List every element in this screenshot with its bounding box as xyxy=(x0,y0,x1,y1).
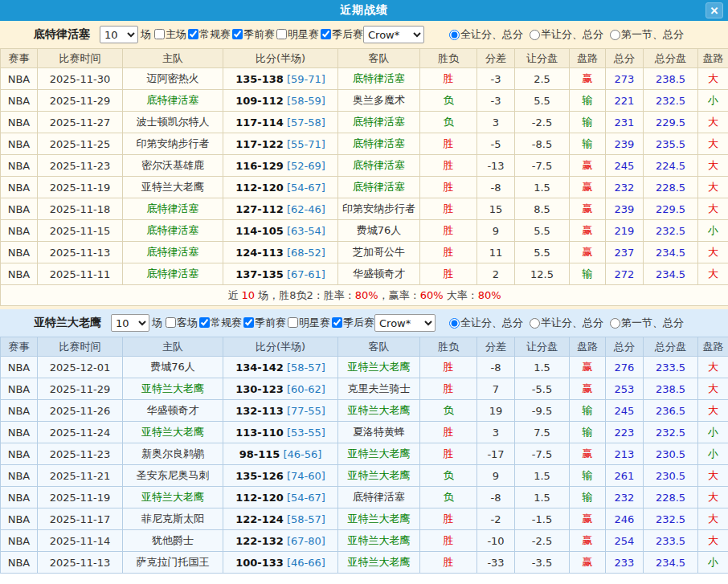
total-line-cell: 233.5 xyxy=(644,530,698,552)
radio-input[interactable] xyxy=(610,30,620,40)
game-row: NBA2025-11-23密尔沃基雄鹿116-129 [52-69]底特律活塞胜… xyxy=(1,155,728,177)
table-body: NBA2025-12-01费城76人134-142 [58-57]亚特兰大老鹰胜… xyxy=(1,357,728,574)
away-team-cell: 亚特兰大老鹰 xyxy=(338,552,420,574)
game-row: NBA2025-11-30迈阿密热火135-138 [59-71]底特律活塞胜-… xyxy=(1,68,728,90)
checkbox-input[interactable] xyxy=(154,29,165,39)
home-team-cell: 新奥尔良鹈鹕 xyxy=(123,443,223,465)
filter-checkbox[interactable]: 季前赛 xyxy=(242,316,286,330)
handicap-cell: -9.5 xyxy=(515,400,570,422)
handicap-cell: 1.5 xyxy=(515,357,570,378)
total-cell: 239 xyxy=(606,198,644,220)
checkbox-label: 常规赛 xyxy=(211,316,242,330)
filter-checkbox[interactable]: 主场 xyxy=(153,27,186,42)
total-cell: 233 xyxy=(606,552,644,574)
game-row: NBA2025-11-19亚特兰大老鹰112-120 [54-67]底特律活塞负… xyxy=(1,487,728,508)
filter-checkbox[interactable]: 明星赛 xyxy=(286,316,330,330)
checkbox-input[interactable] xyxy=(321,29,331,39)
radio-label: 半让分、总分 xyxy=(541,316,603,330)
game-row: NBA2025-11-17菲尼克斯太阳122-124 [58-57]亚特兰大老鹰… xyxy=(1,508,728,530)
summary-segment: 大率： xyxy=(444,289,478,301)
handicap-result-cell: 赢 xyxy=(570,155,606,177)
handicap-cell: -1.5 xyxy=(515,508,570,530)
league-cell: NBA xyxy=(1,133,38,155)
final-score: 122-132 xyxy=(235,535,284,547)
source-select[interactable]: Crow* xyxy=(374,314,436,332)
half-score: [63-54] xyxy=(284,225,325,237)
score-cell: 135-126 [74-60] xyxy=(223,465,338,487)
table-header-row: 赛事比赛时间主队比分(半场)客队胜负分差让分盘盘路总分总分盘盘路 xyxy=(1,337,728,357)
mode-radio[interactable]: 全让分、总分 xyxy=(448,27,523,42)
mode-radio[interactable]: 全让分、总分 xyxy=(448,316,523,330)
filter-checkbox[interactable]: 季后赛 xyxy=(319,27,363,42)
over-under-cell: 大 xyxy=(698,242,728,263)
checkbox-input[interactable] xyxy=(332,317,342,328)
home-team-cell: 密尔沃基雄鹿 xyxy=(123,155,223,177)
filter-checkbox[interactable]: 常规赛 xyxy=(198,316,242,330)
handicap-result-cell: 输 xyxy=(570,422,606,443)
score-cell: 100-133 [46-66] xyxy=(223,552,338,574)
mode-radio[interactable]: 半让分、总分 xyxy=(528,316,603,330)
result-cell: 胜 xyxy=(420,155,477,177)
filter-checkbox[interactable]: 明星赛 xyxy=(275,27,319,42)
league-cell: NBA xyxy=(1,357,38,378)
mode-radio[interactable]: 第一节、总分 xyxy=(608,316,684,330)
handicap-result-cell: 输 xyxy=(570,465,606,487)
total-cell: 245 xyxy=(606,400,644,422)
radio-input[interactable] xyxy=(530,318,540,329)
filter-checkbox[interactable]: 季前赛 xyxy=(231,27,275,42)
league-cell: NBA xyxy=(1,378,38,400)
mode-radio[interactable]: 半让分、总分 xyxy=(528,27,603,42)
handicap-result-cell: 赢 xyxy=(570,68,606,90)
result-cell: 负 xyxy=(420,487,477,508)
source-select[interactable]: Crow* xyxy=(363,26,424,43)
column-header: 比分(半场) xyxy=(223,337,338,357)
filter-checkbox[interactable]: 季后赛 xyxy=(330,316,374,330)
total-line-cell: 232.5 xyxy=(644,508,698,530)
mode-radio[interactable]: 第一节、总分 xyxy=(608,27,684,42)
date-cell: 2025-11-29 xyxy=(38,378,123,400)
half-score: [62-46] xyxy=(284,203,325,215)
column-header: 客队 xyxy=(338,49,420,68)
margin-cell: 3 xyxy=(477,422,515,443)
recent-results-dialog: 近期战绩 ✕ 底特律活塞 10 场 主场常规赛季前赛明星赛季后赛 Crow* 全… xyxy=(0,0,728,574)
total-line-cell: 236.5 xyxy=(644,400,698,422)
handicap-result-cell: 输 xyxy=(570,263,606,285)
filter-checkbox[interactable]: 常规赛 xyxy=(186,27,231,42)
date-cell: 2025-11-18 xyxy=(38,198,123,220)
score-cell: 114-105 [63-54] xyxy=(223,220,338,242)
games-count-select[interactable]: 10 xyxy=(111,314,149,332)
home-team-cell: 亚特兰大老鹰 xyxy=(123,378,223,400)
radio-label: 第一节、总分 xyxy=(621,27,684,42)
checkbox-input[interactable] xyxy=(276,29,287,39)
radio-input[interactable] xyxy=(530,30,540,40)
games-count-select[interactable]: 10 xyxy=(100,26,138,43)
column-header: 总分 xyxy=(606,49,644,68)
close-button[interactable]: ✕ xyxy=(706,2,723,18)
half-score: [77-55] xyxy=(284,405,325,417)
handicap-cell: 1.5 xyxy=(515,177,570,198)
checkbox-input[interactable] xyxy=(188,29,198,39)
checkbox-input[interactable] xyxy=(232,29,243,39)
total-cell: 254 xyxy=(606,530,644,552)
total-cell: 245 xyxy=(606,155,644,177)
half-score: [59-71] xyxy=(284,73,325,85)
home-team-cell: 亚特兰大老鹰 xyxy=(123,422,223,443)
checkbox-input[interactable] xyxy=(243,317,254,328)
radio-input[interactable] xyxy=(449,30,460,40)
radio-input[interactable] xyxy=(610,318,620,329)
checkbox-input[interactable] xyxy=(199,317,210,328)
checkbox-label: 明星赛 xyxy=(299,316,330,330)
checkbox-input[interactable] xyxy=(288,317,298,328)
total-cell: 221 xyxy=(606,90,644,112)
handicap-result-cell: 输 xyxy=(570,133,606,155)
total-line-cell: 229.5 xyxy=(644,198,698,220)
over-under-cell: 大 xyxy=(698,530,728,552)
result-cell: 负 xyxy=(420,400,477,422)
column-header: 让分盘 xyxy=(515,337,570,357)
filter-checkbox[interactable]: 客场 xyxy=(164,316,198,330)
radio-input[interactable] xyxy=(449,318,460,329)
home-team-cell: 亚特兰大老鹰 xyxy=(123,177,223,198)
total-line-cell: 233.5 xyxy=(644,357,698,378)
checkbox-input[interactable] xyxy=(166,317,176,328)
league-cell: NBA xyxy=(1,198,38,220)
